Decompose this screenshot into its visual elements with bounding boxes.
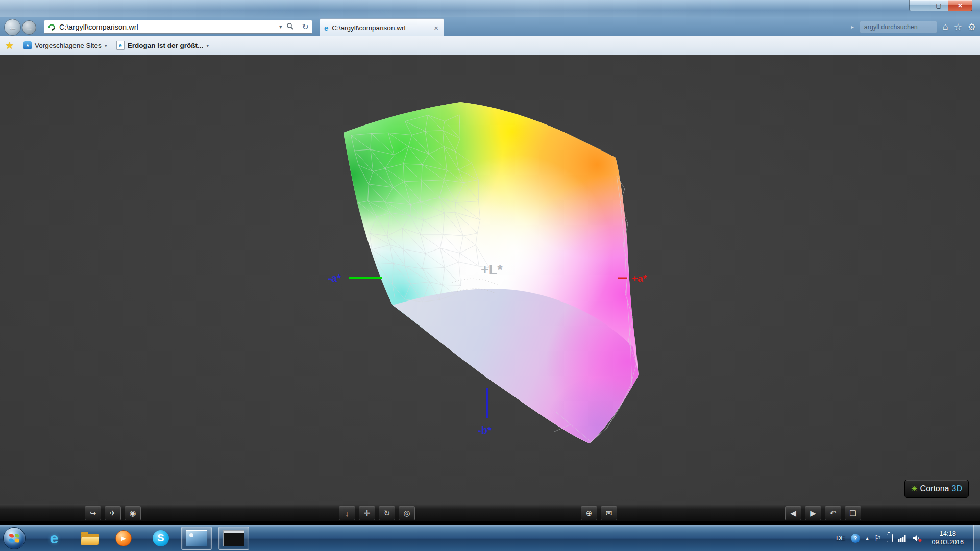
search-provider-caret-icon[interactable]: ▸ (851, 24, 854, 30)
refresh-icon[interactable]: ↻ (302, 22, 309, 32)
tab-close-icon[interactable]: × (433, 23, 439, 32)
system-tray: DE ? ▴ ⚐ 14:18 09.03.2016 (836, 525, 980, 551)
toolbar-movement-group: ↓ ✛ ↻ ◎ (339, 506, 415, 520)
toolbar-navigation-group: ↪ ✈ ◉ (85, 506, 141, 520)
walk-mode-button[interactable]: ↪ (85, 506, 101, 520)
fit-view-button[interactable]: ⊕ (581, 506, 597, 520)
viewpoint-icon: ✉ (606, 509, 612, 518)
help-icon[interactable]: ? (851, 534, 860, 543)
right-arrow-icon: ▶ (810, 509, 816, 518)
suggested-sites-icon: ★ (23, 41, 32, 49)
fly-mode-button[interactable]: ✈ (105, 506, 121, 520)
windows-taskbar: e ▶ S DE ? ▴ ⚐ (0, 525, 980, 551)
viewer-bottom-strip (0, 521, 980, 525)
taskbar-window-image-viewer[interactable] (181, 527, 212, 550)
skype-s-icon: S (153, 530, 169, 546)
search-box[interactable]: argyll durchsuchen (860, 21, 937, 33)
minimize-button[interactable]: — (909, 0, 929, 11)
viewpoint-button[interactable]: ✉ (601, 506, 617, 520)
cortona-logo-text: Cortona (920, 484, 949, 493)
target-icon: ⊕ (586, 509, 593, 518)
restore-view-button[interactable]: ↶ (825, 506, 841, 520)
axis-label-pos-l: +L* (481, 262, 503, 278)
language-indicator[interactable]: DE (836, 534, 845, 542)
fullscreen-icon: ❏ (849, 509, 856, 518)
show-desktop-button[interactable] (973, 525, 980, 551)
back-button[interactable]: ← (4, 19, 21, 36)
rotate-icon: ↻ (384, 509, 390, 518)
pan-cross-icon: ✛ (364, 509, 371, 518)
spin-button[interactable]: ◎ (399, 506, 415, 520)
forward-button[interactable]: → (22, 20, 36, 35)
favorites-item-vorgeschlagene-sites[interactable]: ★ Vorgeschlagene Sites ▾ (19, 39, 112, 52)
browser-tab[interactable]: e C:\argyll\comparison.wrl × (320, 18, 444, 36)
folder-front (81, 537, 99, 545)
desktop: — ▢ ✕ ← → C:\argyll\comparison.wrl ▾ (0, 0, 980, 551)
clock-time: 14:18 (932, 530, 964, 538)
taskbar-internet-explorer-icon[interactable]: e (43, 527, 65, 549)
play-icon: ▶ (115, 530, 132, 546)
favorites-star-icon[interactable]: ☆ (954, 21, 962, 33)
taskbar-window-console[interactable] (218, 527, 249, 550)
address-separator (298, 22, 298, 32)
windows-logo-icon (9, 534, 19, 542)
toolbar-view-group: ⊕ ✉ (581, 506, 617, 520)
taskbar-media-player-icon[interactable]: ▶ (112, 527, 135, 549)
cortona3d-toolbar: ↪ ✈ ◉ ↓ ✛ ↻ ◎ ⊕ ✉ ◀ ▶ ↶ ❏ (0, 504, 980, 521)
eye-icon: ◉ (129, 509, 136, 518)
image-thumbnail (186, 530, 207, 546)
forward-arrow-icon: → (26, 23, 33, 32)
window-controls: — ▢ ✕ (909, 0, 972, 11)
favorites-bar: ★ ★ Vorgeschlagene Sites ▾ e Erdogan ist… (0, 36, 980, 55)
battery-icon[interactable] (887, 534, 893, 542)
walk-icon: ↪ (90, 509, 96, 518)
address-url: C:\argyll\comparison.wrl (59, 23, 279, 31)
undo-icon: ↶ (830, 509, 837, 518)
axis-label-neg-b: -b* (478, 424, 492, 436)
address-bar[interactable]: C:\argyll\comparison.wrl ▾ ↻ (44, 20, 312, 34)
taskbar-skype-icon[interactable]: S (150, 527, 172, 549)
goto-button[interactable]: ↓ (339, 506, 355, 520)
down-arrow-icon: ↓ (345, 509, 349, 518)
tab-title: C:\argyll\comparison.wrl (332, 24, 433, 32)
previous-view-button[interactable]: ◀ (785, 506, 801, 520)
cortona3d-viewport[interactable]: -a* +a* +L* -b* ✳ Cortona3D (0, 55, 980, 504)
home-icon[interactable]: ⌂ (943, 21, 948, 32)
cortona-logo-3d: 3D (952, 484, 962, 493)
settings-gear-icon[interactable]: ⚙ (968, 21, 976, 33)
browser-navigation-bar: ← → C:\argyll\comparison.wrl ▾ (0, 17, 980, 37)
pan-button[interactable]: ✛ (359, 506, 375, 520)
gamut-3d-model[interactable]: -a* +a* +L* -b* (0, 55, 980, 504)
favorites-bar-star-icon[interactable]: ★ (5, 40, 14, 52)
page-favicon-icon (47, 23, 56, 31)
address-dropdown-icon[interactable]: ▾ (279, 23, 282, 30)
fly-icon: ✈ (110, 509, 116, 518)
volume-speaker-icon[interactable] (913, 534, 922, 542)
webpage-icon: e (116, 41, 125, 50)
action-center-flag-icon[interactable]: ⚐ (874, 534, 881, 543)
back-arrow-icon: ← (8, 22, 17, 33)
taskbar-explorer-folder-icon[interactable] (79, 527, 101, 549)
close-button[interactable]: ✕ (948, 0, 972, 11)
favorites-item-erdogan[interactable]: e Erdogan ist der größt... ▾ (112, 39, 214, 52)
search-icon[interactable] (286, 22, 293, 32)
start-button[interactable] (3, 527, 26, 549)
clock-date: 09.03.2016 (932, 538, 964, 546)
hidden-icons-chevron-icon[interactable]: ▴ (866, 535, 869, 542)
chevron-down-icon: ▾ (206, 43, 209, 48)
cortona-sparkle-icon: ✳ (911, 484, 918, 493)
examine-mode-button[interactable]: ◉ (125, 506, 141, 520)
window-titlebar[interactable]: — ▢ ✕ (0, 0, 980, 18)
turn-button[interactable]: ↻ (379, 506, 395, 520)
next-view-button[interactable]: ▶ (805, 506, 821, 520)
search-box-text: argyll durchsuchen (864, 23, 918, 31)
orbit-icon: ◎ (403, 509, 410, 518)
maximize-button[interactable]: ▢ (929, 0, 948, 11)
taskbar-clock[interactable]: 14:18 09.03.2016 (932, 530, 964, 546)
network-signal-icon[interactable] (898, 534, 907, 542)
axis-label-neg-a: -a* (328, 272, 341, 284)
fullscreen-button[interactable]: ❏ (845, 506, 861, 520)
console-thumbnail (223, 530, 244, 546)
cortona3d-logo: ✳ Cortona3D (904, 480, 969, 498)
favorites-item-label: Erdogan ist der größt... (128, 42, 204, 49)
